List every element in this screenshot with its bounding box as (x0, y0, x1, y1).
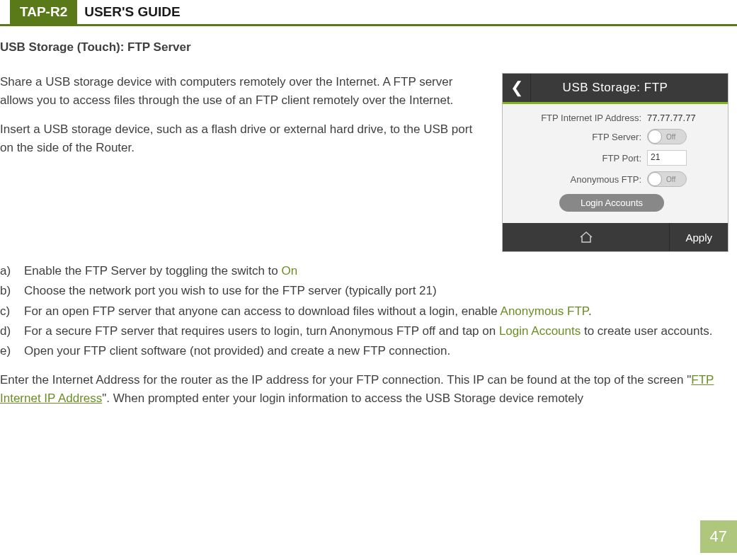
ftp-server-toggle[interactable]: Off (647, 129, 687, 144)
page-content: USB Storage (Touch): FTP Server ❮ USB St… (0, 40, 737, 408)
step-e: e) Open your FTP client software (not pr… (0, 342, 729, 360)
intro-paragraph-1: Share a USB storage device with computer… (0, 73, 489, 110)
back-icon[interactable]: ❮ (503, 74, 531, 102)
step-label: c) (0, 302, 24, 321)
step-label: d) (0, 322, 24, 341)
anonymous-ftp-toggle-text: Off (666, 176, 675, 183)
product-badge: TAP-R2 (10, 0, 77, 24)
step-label: a) (0, 262, 24, 280)
guide-title: USER'S GUIDE (77, 0, 187, 24)
steps-list: a) Enable the FTP Server by toggling the… (0, 262, 729, 361)
toggle-knob-icon (648, 172, 662, 186)
page-header: TAP-R2 USER'S GUIDE (0, 0, 737, 26)
section-heading: USB Storage (Touch): FTP Server (0, 40, 729, 55)
step-body: For an open FTP server that anyone can a… (24, 302, 729, 321)
step-a: a) Enable the FTP Server by toggling the… (0, 262, 729, 280)
device-screenshot: ❮ USB Storage: FTP FTP Internet IP Addre… (502, 73, 729, 252)
highlight-anon-ftp: Anonymous FTP (501, 304, 588, 318)
ftp-server-label: FTP Server: (505, 132, 647, 142)
anonymous-ftp-label: Anonymous FTP: (505, 174, 647, 185)
step-label: e) (0, 342, 24, 360)
step-b: b) Choose the network port you wish to u… (0, 282, 729, 300)
intro-paragraph-2: Insert a USB storage device, such as a f… (0, 120, 489, 158)
home-icon[interactable] (503, 231, 669, 244)
highlight-login-accounts: Login Accounts (499, 324, 581, 338)
ftp-ip-value: 77.77.77.77 (647, 113, 718, 123)
step-label: b) (0, 282, 24, 300)
anonymous-ftp-toggle[interactable]: Off (647, 171, 687, 187)
screenshot-header: ❮ USB Storage: FTP (503, 74, 728, 102)
ftp-port-input[interactable]: 21 (647, 150, 687, 166)
screenshot-footer: Apply (503, 223, 728, 251)
ftp-server-toggle-text: Off (666, 133, 675, 141)
step-d: d) For a secure FTP server that requires… (0, 322, 729, 341)
screenshot-body: FTP Internet IP Address: 77.77.77.77 FTP… (503, 104, 728, 223)
highlight-on: On (282, 264, 298, 278)
step-body: Open your FTP client software (not provi… (24, 342, 729, 360)
ftp-port-label: FTP Port: (505, 153, 647, 164)
step-body: Enable the FTP Server by toggling the sw… (24, 262, 729, 280)
ftp-port-row: FTP Port: 21 (505, 147, 718, 168)
anonymous-ftp-row: Anonymous FTP: Off (505, 168, 718, 190)
ftp-server-row: FTP Server: Off (505, 126, 718, 147)
ftp-ip-label: FTP Internet IP Address: (505, 113, 647, 123)
closing-paragraph: Enter the Internet Address for the route… (0, 371, 729, 408)
page-number-badge: 47 (700, 520, 737, 553)
apply-button[interactable]: Apply (669, 223, 728, 251)
login-accounts-button[interactable]: Login Accounts (559, 194, 664, 212)
step-body: Choose the network port you wish to use … (24, 282, 729, 300)
step-c: c) For an open FTP server that anyone ca… (0, 302, 729, 321)
step-body: For a secure FTP server that requires us… (24, 322, 729, 341)
ftp-ip-row: FTP Internet IP Address: 77.77.77.77 (505, 110, 718, 126)
toggle-knob-icon (648, 130, 662, 144)
screenshot-title: USB Storage: FTP (531, 81, 728, 95)
